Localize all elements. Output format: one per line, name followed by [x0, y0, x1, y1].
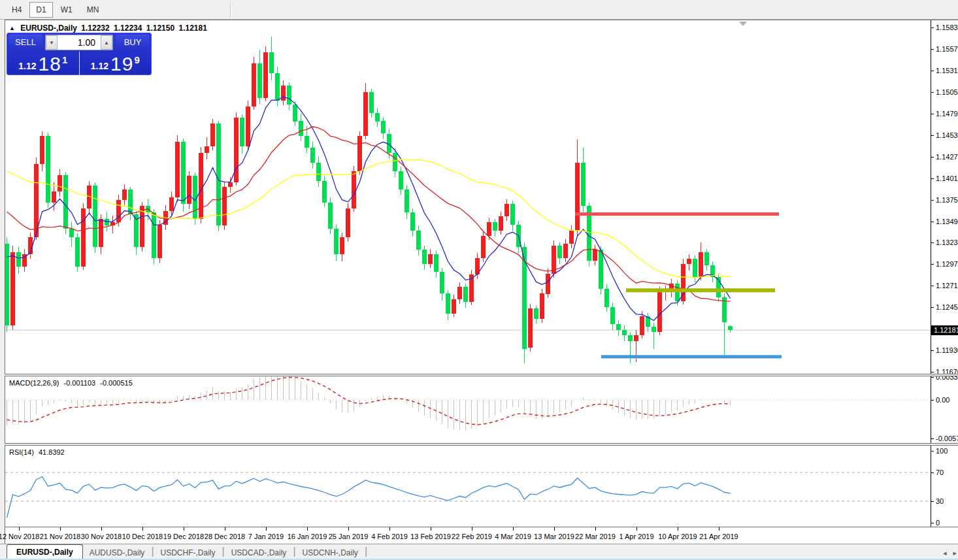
date-label: 10 Dec 2018 [122, 533, 163, 540]
macd-panel[interactable] [5, 376, 931, 443]
date-label: 22 Mar 2019 [575, 533, 616, 540]
symbol-tabbar: EURUSD-,DailyAUDUSD-,Daily|USDCHF-,Daily… [0, 544, 958, 560]
price-tick-label: 1.14790 [931, 110, 958, 118]
price-axis[interactable]: 1.12181 1.158301.155701.153101.150501.14… [931, 20, 958, 527]
chart-title: ▲ EURUSD-,Daily 1.12232 1.12234 1.12150 … [9, 24, 209, 33]
price-tick-label: 1.13490 [931, 218, 958, 226]
macd-axis-label: 0.00 [931, 396, 958, 404]
date-tick [595, 527, 596, 531]
tabs-scroll-right-icon[interactable]: ▸ [953, 549, 957, 557]
date-label: 13 Feb 2019 [410, 533, 451, 540]
volume-decrease-icon[interactable]: ▼ [46, 35, 58, 50]
date-tick [636, 527, 637, 531]
sell-price-prefix: 1.12 [18, 61, 36, 71]
price-tick-label: 1.12450 [931, 303, 958, 312]
date-tick [225, 527, 225, 531]
date-label: 4 Mar 2019 [495, 533, 531, 540]
panel-splitter[interactable] [5, 374, 958, 376]
slow-ma [7, 159, 731, 278]
terminal-window: H4D1W1MN ▲ EURUSD-,Daily 1.12232 1.12234… [0, 0, 958, 560]
price-tick-label: 1.12970 [931, 260, 958, 269]
date-label: 25 Jan 2019 [329, 533, 369, 540]
buy-button[interactable]: BUY [116, 35, 150, 50]
macd-main-value: -0.001103 [63, 379, 95, 387]
date-label: 12 Nov 2018 [0, 533, 39, 540]
date-label: 13 Mar 2019 [534, 533, 574, 540]
support-line [601, 355, 782, 358]
price-tick-label: 1.15830 [931, 24, 958, 32]
date-label: 21 Apr 2019 [699, 533, 738, 540]
volume-spinner: ▼ 1.00 ▲ [45, 35, 113, 50]
current-price-tag: 1.12181 [931, 325, 958, 335]
ohlc-open: 1.12232 [81, 24, 109, 33]
date-label: 16 Jan 2019 [288, 533, 327, 540]
date-tick [266, 527, 267, 531]
price-tick-label: 1.13230 [931, 239, 958, 247]
sell-price-big: 18 [39, 55, 61, 73]
tabs-scroll-left-icon[interactable]: ◂ [943, 549, 947, 557]
price-tick-label: 1.15050 [931, 88, 958, 97]
sell-price[interactable]: 1.12 18 1 [7, 52, 80, 75]
symbol-tab-eurusd[interactable]: EURUSD-,Daily [7, 544, 83, 560]
macd-axis-label: -0.00574 [931, 435, 958, 443]
price-tick-label: 1.13750 [931, 196, 958, 205]
date-tick [19, 527, 20, 531]
rsi-label: RSI(14) 41.8392 [9, 448, 67, 456]
mid-support-line [626, 288, 775, 292]
fast-ma [7, 97, 731, 320]
collapse-panel-icon[interactable]: ▲ [9, 25, 15, 31]
date-tick [678, 527, 678, 531]
buy-price-prefix: 1.12 [91, 61, 108, 71]
price-tick-label: 1.15570 [931, 45, 958, 54]
timeframe-tab-d1[interactable]: D1 [29, 2, 52, 18]
date-label: 19 Dec 2018 [163, 533, 204, 540]
date-tick [554, 527, 555, 531]
timeframe-tab-w1[interactable]: W1 [54, 2, 79, 18]
date-label: 7 Jan 2019 [248, 533, 284, 540]
volume-input[interactable]: 1.00 [58, 35, 101, 50]
price-tick-label: 1.11930 [931, 346, 958, 355]
date-label: 21 Nov 2018 [40, 533, 80, 540]
date-tick [389, 527, 390, 531]
one-click-trading-panel: SELL ▼ 1.00 ▲ BUY 1.12 18 1 1.12 19 9 [7, 33, 152, 75]
buy-price-pip: 9 [134, 54, 139, 65]
macd-name: MACD(12,26,9) [9, 379, 59, 387]
volume-increase-icon[interactable]: ▲ [101, 35, 112, 50]
candles-layer [5, 37, 733, 363]
sell-button[interactable]: SELL [8, 35, 42, 50]
rsi-axis-label: 100 [931, 447, 958, 455]
date-label: 10 Apr 2019 [658, 533, 697, 540]
rsi-value: 41.8392 [39, 448, 65, 456]
panel-splitter[interactable] [5, 443, 958, 446]
date-label: 28 Dec 2018 [205, 533, 245, 540]
rsi-line [7, 477, 731, 518]
date-tick [513, 527, 514, 531]
date-tick [307, 527, 308, 531]
ohlc-close: 1.12181 [179, 24, 207, 33]
timeframe-tab-h4[interactable]: H4 [5, 2, 28, 18]
buy-price-big: 19 [110, 55, 133, 73]
rsi-panel[interactable] [5, 446, 931, 526]
date-label: 4 Feb 2019 [371, 533, 408, 540]
chart-symbol-label: EURUSD-,Daily [20, 24, 77, 33]
buy-price[interactable]: 1.12 19 9 [80, 52, 152, 75]
date-axis[interactable]: 12 Nov 201821 Nov 201830 Nov 201810 Dec … [5, 527, 958, 544]
rsi-name: RSI(14) [9, 448, 34, 456]
symbol-tab-usdcnh[interactable]: USDCNH-,Daily [296, 546, 365, 560]
price-tick-label: 1.14530 [931, 131, 958, 140]
price-tick-label: 1.15310 [931, 67, 958, 75]
date-tick [184, 527, 184, 531]
price-tick-label: 1.12710 [931, 282, 958, 290]
symbol-tab-audusd[interactable]: AUDUSD-,Daily [83, 546, 152, 560]
symbol-tab-usdcad[interactable]: USDCAD-,Daily [225, 546, 293, 560]
price-tick-label: 1.14010 [931, 174, 958, 183]
ohlc-high: 1.12234 [114, 24, 142, 33]
symbol-tab-usdchf[interactable]: USDCHF-,Daily [154, 546, 222, 560]
sell-price-pip: 1 [62, 54, 67, 65]
date-tick [142, 527, 143, 531]
rsi-axis-label: 30 [931, 497, 958, 506]
date-label: 30 Nov 2018 [81, 533, 122, 540]
date-tick [101, 527, 102, 531]
timeframe-tab-mn[interactable]: MN [80, 2, 106, 18]
date-tick [472, 527, 472, 531]
